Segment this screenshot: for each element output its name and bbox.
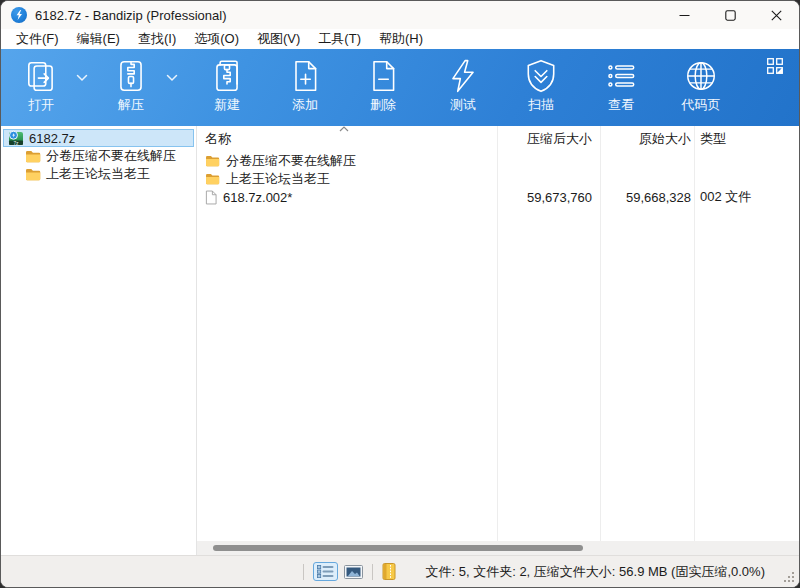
archive-7z-icon: 7z [8, 130, 24, 146]
file-name: 上老王论坛当老王 [226, 170, 330, 188]
list-header: 名称 压缩后大小 原始大小 类型 [197, 126, 799, 152]
file-row[interactable]: 618.7z.002* 59,673,760 59,668,328 002 文件 [197, 188, 799, 206]
bandizip-window: 6182.7z - Bandizip (Professional) 文件(F) … [0, 0, 800, 588]
new-archive-button[interactable]: 新建 [197, 56, 257, 113]
details-view-icon[interactable] [313, 562, 338, 581]
menu-file[interactable]: 文件(F) [7, 29, 68, 49]
view-button[interactable]: 查看 [591, 56, 651, 113]
menu-find[interactable]: 查找(I) [129, 29, 185, 49]
column-header-original-size[interactable]: 原始大小 [600, 130, 694, 148]
archive-book-icon[interactable] [382, 563, 396, 580]
toolbar: 打开 解压 [1, 49, 799, 126]
new-archive-icon [209, 56, 245, 96]
tree-item-label: 分卷压缩不要在线解压 [46, 147, 176, 165]
column-divider[interactable] [600, 126, 601, 541]
extract-button[interactable]: 解压 [101, 56, 161, 113]
folder-icon [25, 168, 41, 181]
status-bar: 文件: 5, 文件夹: 2, 压缩文件大小: 56.9 MB (固实压缩,0.0… [1, 555, 799, 587]
menu-edit[interactable]: 编辑(E) [68, 29, 129, 49]
sort-ascending-icon [339, 126, 349, 132]
open-dropdown-chevron-icon[interactable] [71, 58, 93, 98]
tree-item-label: 上老王论坛当老王 [46, 165, 150, 183]
test-icon [445, 56, 481, 96]
delete-label: 删除 [370, 97, 396, 113]
scan-button[interactable]: 扫描 [511, 56, 571, 113]
statusbar-divider [303, 564, 304, 580]
resize-grip-icon[interactable] [784, 572, 795, 583]
status-summary: 文件: 5, 文件夹: 2, 压缩文件大小: 56.9 MB (固实压缩,0.0… [425, 563, 765, 581]
column-header-name[interactable]: 名称 [197, 130, 497, 148]
customize-toolbar-icon[interactable] [767, 58, 783, 74]
delete-button[interactable]: 删除 [353, 56, 413, 113]
scan-label: 扫描 [528, 97, 554, 113]
tree-item-archive-root[interactable]: 7z 6182.7z [3, 129, 194, 147]
codepage-label: 代码页 [682, 97, 721, 113]
add-button[interactable]: 添加 [275, 56, 335, 113]
file-row[interactable]: 上老王论坛当老王 [197, 170, 799, 188]
open-archive-icon [23, 56, 59, 96]
new-archive-label: 新建 [214, 97, 240, 113]
delete-file-icon [365, 56, 401, 96]
extract-icon [113, 56, 149, 96]
add-file-icon [287, 56, 323, 96]
column-header-type[interactable]: 类型 [694, 130, 726, 148]
codepage-icon [683, 56, 719, 96]
add-label: 添加 [292, 97, 318, 113]
scrollbar-thumb[interactable] [213, 545, 583, 551]
folder-icon [205, 173, 220, 185]
menu-help[interactable]: 帮助(H) [370, 29, 432, 49]
svg-text:7z: 7z [13, 141, 19, 146]
menu-view[interactable]: 视图(V) [248, 29, 309, 49]
horizontal-scrollbar[interactable] [197, 541, 799, 555]
menu-options[interactable]: 选项(O) [185, 29, 248, 49]
tree-item-folder-2[interactable]: 上老王论坛当老王 [3, 165, 194, 183]
main-area: 7z 6182.7z 分卷压缩不要在线解压 [1, 126, 799, 555]
file-icon [205, 190, 217, 205]
menu-tools[interactable]: 工具(T) [309, 29, 370, 49]
title-bar: 6182.7z - Bandizip (Professional) [1, 1, 799, 29]
thumbnail-view-icon[interactable] [344, 565, 363, 579]
extract-label: 解压 [118, 97, 144, 113]
test-label: 测试 [450, 97, 476, 113]
column-header-packed-size[interactable]: 压缩后大小 [497, 130, 600, 148]
tree-item-label: 6182.7z [29, 131, 75, 146]
column-divider[interactable] [497, 126, 498, 541]
folder-tree-panel: 7z 6182.7z 分卷压缩不要在线解压 [1, 126, 197, 555]
window-controls [661, 1, 799, 29]
minimize-icon[interactable] [661, 1, 707, 29]
view-icon [603, 56, 639, 96]
extract-dropdown-chevron-icon[interactable] [161, 58, 183, 98]
scan-icon [523, 56, 559, 96]
statusbar-divider [372, 564, 373, 580]
folder-icon [205, 155, 220, 167]
menu-bar: 文件(F) 编辑(E) 查找(I) 选项(O) 视图(V) 工具(T) 帮助(H… [1, 29, 799, 49]
column-divider[interactable] [694, 126, 695, 541]
maximize-icon[interactable] [707, 1, 753, 29]
test-button[interactable]: 测试 [433, 56, 493, 113]
view-label: 查看 [608, 97, 634, 113]
original-size: 59,668,328 [600, 190, 694, 205]
window-title: 6182.7z - Bandizip (Professional) [35, 8, 227, 23]
packed-size: 59,673,760 [497, 190, 600, 205]
tree-item-folder-1[interactable]: 分卷压缩不要在线解压 [3, 147, 194, 165]
codepage-button[interactable]: 代码页 [671, 56, 731, 113]
file-row[interactable]: 分卷压缩不要在线解压 [197, 152, 799, 170]
app-logo-icon [11, 7, 27, 23]
open-label: 打开 [28, 97, 54, 113]
file-list-panel: 名称 压缩后大小 原始大小 类型 分卷压缩不要在线解压 [197, 126, 799, 555]
list-body: 分卷压缩不要在线解压 上老王论坛当老王 [197, 152, 799, 541]
folder-icon [25, 150, 41, 163]
file-name: 618.7z.002* [223, 190, 292, 205]
close-icon[interactable] [753, 1, 799, 29]
file-type: 002 文件 [694, 188, 751, 206]
open-button[interactable]: 打开 [11, 56, 71, 113]
file-name: 分卷压缩不要在线解压 [226, 152, 356, 170]
